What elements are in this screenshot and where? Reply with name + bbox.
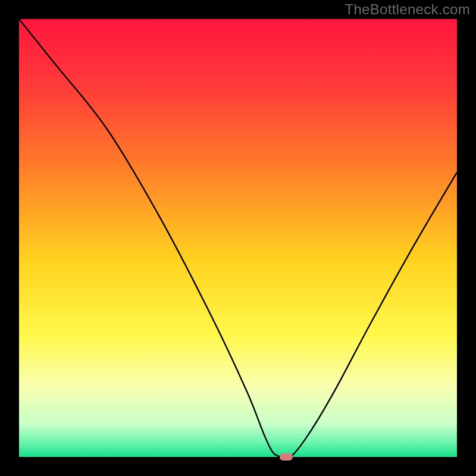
chart-frame: TheBottleneck.com	[0, 0, 476, 476]
watermark-text: TheBottleneck.com	[345, 1, 470, 18]
chart-svg	[19, 19, 457, 457]
optimal-point-marker	[280, 453, 293, 461]
gradient-background	[19, 19, 457, 457]
plot-area	[19, 19, 457, 457]
